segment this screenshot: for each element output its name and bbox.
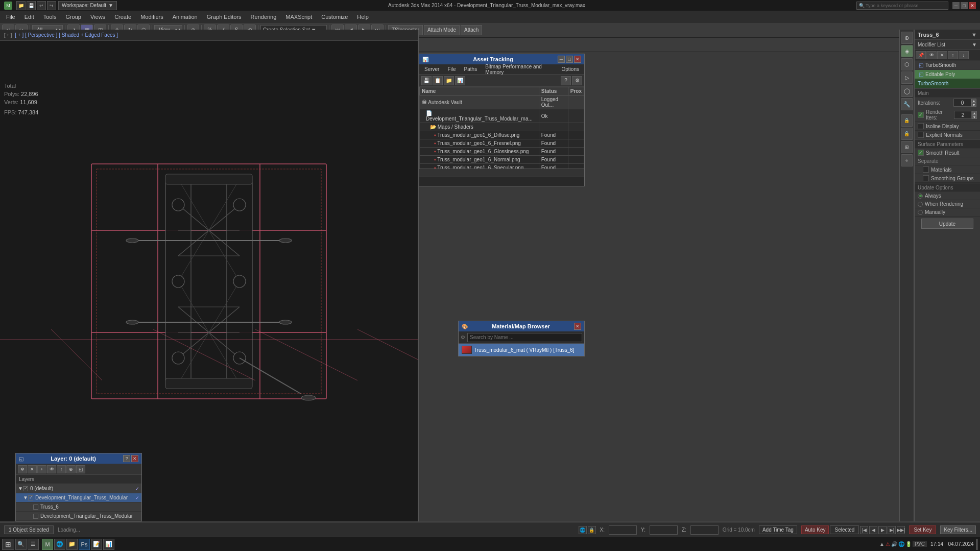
layer-close[interactable]: ✕ [131,455,138,462]
update-always-radio[interactable] [918,194,923,199]
modifier-turbosmooth[interactable]: ◱ TurboSmooth [915,61,980,70]
turbosmooth-rollout-header[interactable]: TurboSmooth [915,79,980,88]
right-icon-anim[interactable]: ⟐ [901,154,913,166]
y-input[interactable] [650,525,678,535]
layer-tool-merge[interactable]: ⊕ [66,465,76,473]
mod-vis-btn[interactable]: 👁 [926,51,937,59]
show-desktop-btn[interactable] [976,539,978,550]
render-iters-spinner[interactable]: ▲ ▼ [972,111,977,119]
prev-frame-btn2[interactable]: ◀ [869,526,877,534]
tray-icon-2[interactable]: 🔊 [891,541,897,547]
z-input[interactable] [690,525,719,535]
mat-item[interactable]: Truss_modular_6_mat ( VRayMtl ) [Truss_6… [459,344,584,356]
list-item[interactable]: Truss_6 [16,502,141,512]
menu-graph-editors[interactable]: Graph Editors [203,13,246,21]
right-icon-motion[interactable]: ▷ [901,71,913,84]
taskbar-app-file[interactable]: 📁 [66,539,78,550]
update-button[interactable]: Update [921,219,973,229]
explicit-check[interactable] [918,132,924,138]
update-options-header[interactable]: Update Options [915,183,980,192]
search-box[interactable]: 🔍 Type a keyword or phrase [856,2,948,10]
surface-params-header[interactable]: Surface Parameters [915,139,980,149]
update-manually-radio[interactable] [918,210,923,215]
asset-tool-1[interactable]: 💾 [421,76,432,85]
menu-tools[interactable]: Tools [39,13,61,21]
close-btn[interactable]: ✕ [969,2,976,9]
taskbar-app-ps[interactable]: Ps [79,539,90,550]
list-item[interactable]: ▼ ✓ Development_Triangular_Truss_Modular… [16,493,141,502]
table-row[interactable]: ▪ Truss_modular_geo1_6_Fresnel.png Found [420,139,584,148]
taskbar-app-other2[interactable]: 📊 [103,539,114,550]
taskbar-app-3dsmax[interactable]: M [42,539,53,550]
asset-tool-2[interactable]: 📋 [433,76,443,85]
menu-file[interactable]: File [2,13,19,21]
layer-tool-move[interactable]: ↑ [57,465,66,473]
taskbar-view[interactable]: ☰ [28,539,39,550]
asset-menu-bitmap[interactable]: Bitmap Performance and Memory [482,63,556,76]
asset-menu-file[interactable]: File [444,65,459,73]
menu-animation[interactable]: Animation [169,13,202,21]
mod-up-btn[interactable]: ↑ [948,51,958,59]
asset-tool-help[interactable]: ? [561,76,571,85]
start-btn[interactable]: ⊞ [2,539,14,550]
asset-tool-settings[interactable]: ⚙ [572,76,582,85]
set-key-btn[interactable]: Set Key [909,525,936,534]
taskbar-app-other1[interactable]: 📝 [91,539,102,550]
asset-menu-options[interactable]: Options [559,65,582,73]
tray-icon-3[interactable]: 🌐 [898,541,904,547]
viewport-mode[interactable]: [ + ] [ Perspective ] [ Shaded + Edged F… [15,32,118,38]
asset-menu-paths[interactable]: Paths [461,65,481,73]
layer-tool-delete[interactable]: ✕ [28,465,37,473]
mat-browser-close[interactable]: ✕ [574,323,581,330]
menu-customize[interactable]: Customize [317,13,352,21]
mod-del-btn[interactable]: ✕ [937,51,947,59]
right-icon-hierarchy[interactable]: ⬡ [901,58,913,70]
list-item[interactable]: ▼ ✓ 0 (default) ✓ [16,484,141,493]
title-icon-2[interactable]: 💾 [27,1,36,10]
iterations-spinner[interactable]: ▲ ▼ [971,99,976,107]
last-frame-btn[interactable]: ▶▶| [897,526,905,534]
iterations-up[interactable]: ▲ [971,99,976,103]
attach-mode-btn[interactable]: Attach Mode [424,25,460,35]
table-row[interactable]: 📄 Development_Triangular_Truss_Modular_m… [420,109,584,123]
modifier-editable-poly[interactable]: ◱ Editable Poly [915,70,980,79]
asset-menu-server[interactable]: Server [421,65,442,73]
table-row[interactable]: ▪ Truss_modular_geo1_6_Glossiness.png Fo… [420,148,584,156]
asset-tool-3[interactable]: 📁 [444,76,454,85]
menu-create[interactable]: Create [110,13,135,21]
layer-help[interactable]: ? [123,455,130,462]
table-row[interactable]: 📂 Maps / Shaders [420,123,584,131]
coord-lock-icon[interactable]: 🔒 [588,526,596,534]
asset-tracking-minimize[interactable]: ─ [558,56,565,63]
tray-lang[interactable]: РУС [913,541,927,547]
menu-maxscript[interactable]: MAXScript [281,13,316,21]
layer-check-0[interactable]: ✓ [23,486,28,491]
modifier-list-dropdown[interactable]: ▼ [972,42,977,47]
title-icon-1[interactable]: 📁 [16,1,26,10]
table-row[interactable]: ▪ Truss_modular_geo1_6_Specular.png Foun… [420,164,584,169]
taskbar-search[interactable]: 🔍 [15,539,27,550]
menu-views[interactable]: Views [86,13,109,21]
tray-icon-4[interactable]: 🔋 [905,541,912,547]
render-iters-input[interactable] [954,111,972,119]
add-time-tag-btn[interactable]: Add Time Tag [759,525,797,534]
smooth-result-check[interactable]: ✓ [918,150,924,156]
layer-tool-add[interactable]: + [37,465,46,473]
right-icon-snap-b[interactable]: 🔓 [901,128,913,140]
right-icon-modify[interactable]: ◈ [901,45,913,57]
table-row[interactable]: 🏛 Autodesk Vault Logged Out... [420,95,584,109]
asset-tool-4[interactable]: 📊 [455,76,465,85]
title-icon-4[interactable]: ↪ [47,1,56,10]
layer-tool-freeze[interactable]: ❄ [18,465,27,473]
table-row[interactable]: ▪ Truss_modular_geo1_6_Diffuse.png Found [420,131,584,139]
right-icon-snap-a[interactable]: 🔒 [901,114,913,127]
tray-antivirus[interactable]: ⚠ [886,541,890,547]
next-frame-btn2[interactable]: ▶| [888,526,896,534]
iterations-input[interactable] [953,99,971,107]
list-item[interactable]: Development_Triangular_Truss_Modular [16,512,141,521]
right-icon-create[interactable]: ⊕ [901,32,913,44]
viewport-canvas[interactable]: Total Polys: 22,896 Verts: 11,609 FPS: 7… [0,41,418,521]
render-iters-check[interactable]: ✓ [918,112,924,118]
workspace-dropdown[interactable]: Workspace: Default ▼ [58,1,117,10]
menu-group[interactable]: Group [61,13,85,21]
